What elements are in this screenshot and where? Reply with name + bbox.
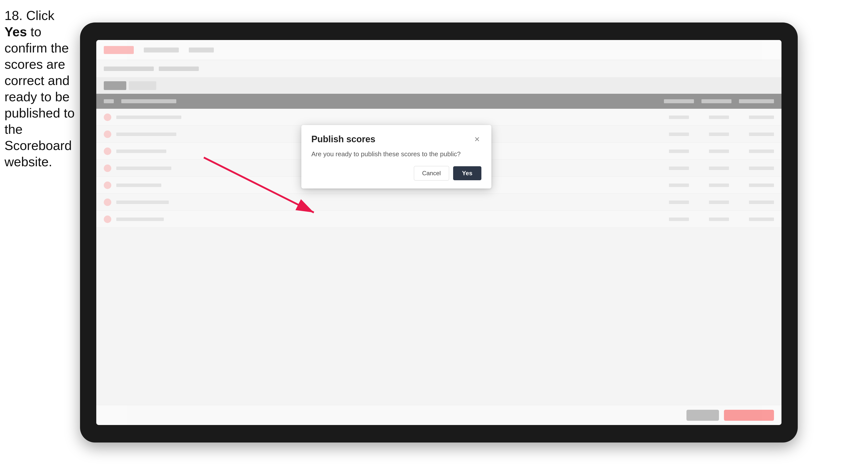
nav-item-1: [144, 48, 179, 53]
row-total: [749, 116, 774, 119]
app-tabs: [96, 77, 781, 94]
tablet-screen: Publish scores ✕ Are you ready to publis…: [96, 40, 781, 425]
row-r1: [669, 166, 689, 170]
modal-body: Are you ready to publish these scores to…: [311, 150, 482, 158]
row-rank: [104, 216, 111, 223]
footer-publish-btn: [724, 410, 774, 421]
table-row: [96, 109, 781, 126]
row-rank: [104, 164, 111, 172]
th-r2: [702, 99, 732, 103]
th-r1: [664, 99, 694, 103]
row-name: [116, 200, 169, 204]
row-r2: [709, 116, 729, 119]
row-r2: [709, 200, 729, 204]
instruction-prefix: Click: [26, 8, 55, 23]
row-rank: [104, 148, 111, 155]
subheader-text-1: [104, 66, 154, 71]
row-name: [116, 218, 164, 221]
instruction-suffix: to confirm the scores are correct and re…: [4, 25, 74, 169]
row-total: [749, 166, 774, 170]
row-total: [749, 200, 774, 204]
row-name: [116, 184, 161, 187]
th-total: [739, 99, 774, 103]
instruction-text: 18. Click Yes to confirm the scores are …: [4, 7, 77, 170]
app-subheader: [96, 60, 781, 77]
subheader-text-2: [159, 66, 199, 71]
step-number: 18.: [4, 8, 23, 23]
row-total: [749, 184, 774, 187]
yes-highlight: Yes: [4, 25, 27, 39]
app-logo: [104, 46, 134, 54]
app-header: [96, 40, 781, 60]
th-name: [121, 99, 176, 103]
row-total: [749, 132, 774, 136]
app-footer: [96, 405, 781, 425]
row-r2: [709, 166, 729, 170]
publish-scores-dialog: Publish scores ✕ Are you ready to publis…: [301, 125, 491, 188]
row-r2: [709, 150, 729, 153]
modal-message: Are you ready to publish these scores to…: [311, 150, 482, 158]
row-r1: [669, 150, 689, 153]
table-header: [96, 94, 781, 109]
row-name: [116, 132, 176, 136]
row-r2: [709, 132, 729, 136]
row-name: [116, 116, 181, 119]
row-rank: [104, 198, 111, 206]
tablet-device: Publish scores ✕ Are you ready to publis…: [80, 23, 798, 442]
row-r2: [709, 184, 729, 187]
row-r2: [709, 218, 729, 221]
row-rank: [104, 114, 111, 121]
modal-close-button[interactable]: ✕: [472, 135, 482, 144]
row-r1: [669, 116, 689, 119]
tab-inactive: [129, 81, 156, 90]
table-row: [96, 194, 781, 211]
row-r1: [669, 200, 689, 204]
cancel-button[interactable]: Cancel: [414, 166, 449, 181]
row-r1: [669, 218, 689, 221]
row-total: [749, 218, 774, 221]
row-r1: [669, 184, 689, 187]
nav-item-2: [189, 48, 214, 53]
row-name: [116, 166, 171, 170]
modal-footer: Cancel Yes: [311, 166, 482, 181]
row-total: [749, 150, 774, 153]
yes-button[interactable]: Yes: [453, 166, 482, 180]
tab-active: [104, 81, 126, 90]
modal-header: Publish scores ✕: [311, 134, 482, 145]
row-rank: [104, 130, 111, 138]
row-r1: [669, 132, 689, 136]
th-rank: [104, 99, 114, 103]
modal-title: Publish scores: [311, 134, 375, 145]
footer-cancel-btn: [686, 410, 719, 421]
table-row: [96, 211, 781, 228]
row-name: [116, 150, 166, 153]
row-rank: [104, 182, 111, 189]
